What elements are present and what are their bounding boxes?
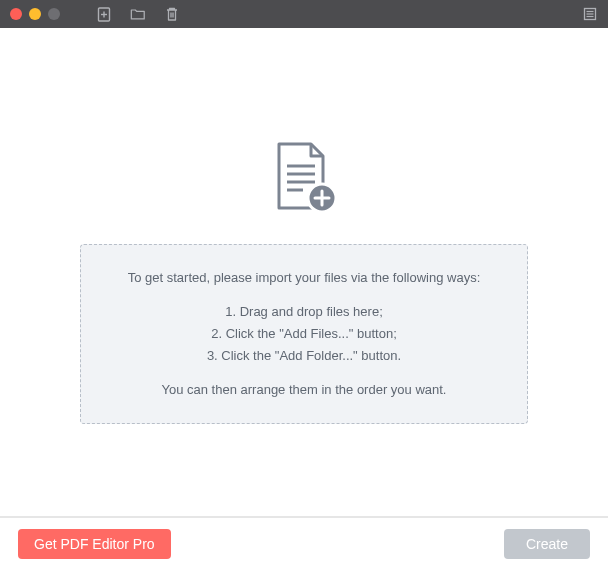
instructions-outro: You can then arrange them in the order y… — [99, 379, 509, 401]
window-controls — [10, 8, 60, 20]
instruction-step-1: 1. Drag and drop files here; — [99, 301, 509, 323]
main-drop-area[interactable]: To get started, please import your files… — [0, 28, 608, 516]
add-file-icon[interactable] — [96, 6, 112, 22]
instructions-box: To get started, please import your files… — [80, 244, 528, 424]
create-button: Create — [504, 529, 590, 559]
document-add-icon — [265, 138, 343, 224]
instruction-step-2: 2. Click the "Add Files..." button; — [99, 323, 509, 345]
instructions-intro: To get started, please import your files… — [99, 267, 509, 289]
delete-icon[interactable] — [164, 6, 180, 22]
instruction-step-3: 3. Click the "Add Folder..." button. — [99, 345, 509, 367]
add-folder-icon[interactable] — [130, 6, 146, 22]
titlebar — [0, 0, 608, 28]
footer: Get PDF Editor Pro Create — [0, 517, 608, 569]
instructions-steps: 1. Drag and drop files here; 2. Click th… — [99, 301, 509, 367]
minimize-window-button[interactable] — [29, 8, 41, 20]
close-window-button[interactable] — [10, 8, 22, 20]
toolbar — [96, 6, 180, 22]
list-view-icon[interactable] — [582, 6, 598, 22]
get-pdf-editor-pro-button[interactable]: Get PDF Editor Pro — [18, 529, 171, 559]
maximize-window-button[interactable] — [48, 8, 60, 20]
